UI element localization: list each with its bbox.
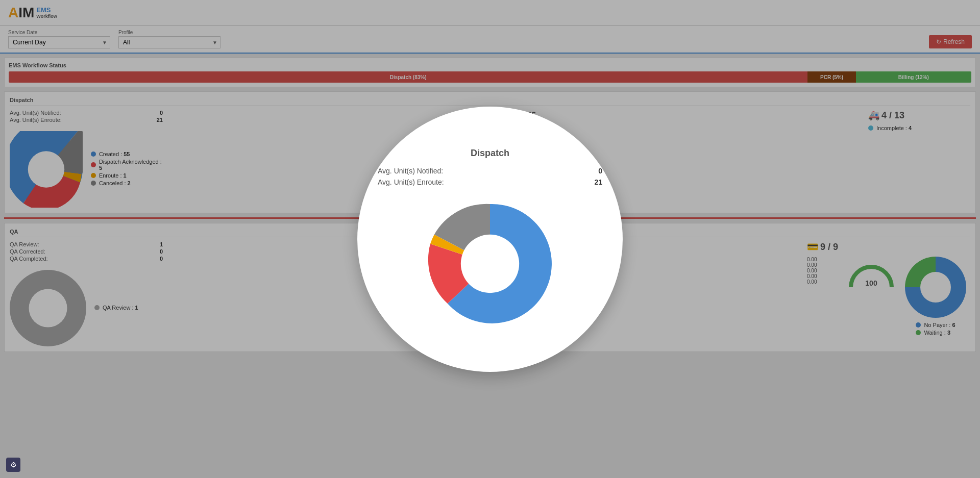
overlay-avg-enroute: Avg. Unit(s) Enroute: 21 bbox=[378, 178, 602, 186]
svg-point-8 bbox=[461, 235, 519, 293]
overlay-stats: Avg. Unit(s) Notified: 0 Avg. Unit(s) En… bbox=[378, 167, 602, 189]
overlay-circle: Dispatch Avg. Unit(s) Notified: 0 Avg. U… bbox=[357, 107, 623, 357]
overlay-avg-notified: Avg. Unit(s) Notified: 0 bbox=[378, 167, 602, 175]
overlay-title: Dispatch bbox=[471, 148, 509, 159]
overlay-pie-chart bbox=[424, 197, 556, 330]
overlay-backdrop[interactable]: Dispatch Avg. Unit(s) Notified: 0 Avg. U… bbox=[0, 0, 980, 356]
